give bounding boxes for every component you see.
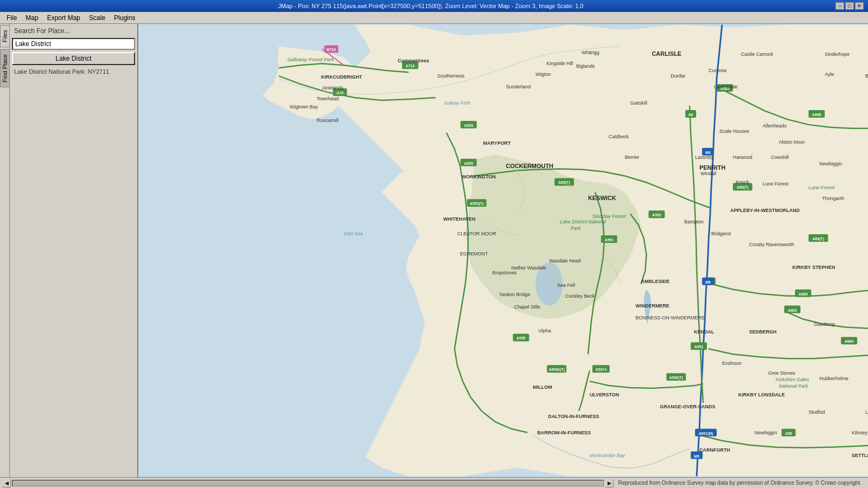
svg-text:Solway Firth: Solway Firth (444, 100, 470, 106)
svg-text:Seaton Bridge: Seaton Bridge (500, 292, 531, 297)
svg-text:Yorkshire Dales: Yorkshire Dales (775, 377, 809, 382)
svg-text:WINDERMERE: WINDERMERE (636, 303, 669, 309)
svg-text:M6: M6 (694, 454, 699, 458)
svg-text:Berrier: Berrier (625, 155, 640, 160)
svg-text:Sea Fell: Sea Fell (557, 282, 575, 288)
svg-text:Laversdale: Laversdale (714, 84, 738, 89)
svg-text:BARROW-IN-FURNESS: BARROW-IN-FURNESS (537, 430, 591, 435)
svg-text:Wigtown Bay: Wigtown Bay (290, 104, 318, 110)
svg-text:B724: B724 (327, 48, 336, 52)
svg-text:A66(T): A66(T) (737, 185, 749, 190)
svg-text:Lazonby: Lazonby (695, 155, 713, 160)
scroll-left-button[interactable]: ◀ (2, 479, 11, 487)
sidebar: Files Find Place Search For Place... Lak… (0, 24, 138, 477)
svg-text:ULVERSTON: ULVERSTON (590, 392, 619, 397)
svg-text:Harwood: Harwood (733, 155, 752, 160)
svg-text:EGREMONT: EGREMONT (460, 251, 488, 256)
search-panel: Search For Place... Lake District Lake D… (10, 24, 137, 477)
svg-text:Whitrigg: Whitrigg (582, 50, 599, 55)
svg-text:A5074: A5074 (596, 368, 607, 371)
svg-text:SEDBERGH: SEDBERGH (749, 329, 777, 335)
svg-text:Wasdale Head: Wasdale Head (549, 258, 580, 264)
vertical-tabs: Files Find Place (0, 24, 10, 477)
svg-text:Cumrew: Cumrew (709, 68, 727, 73)
svg-text:Galloway Forest Park: Galloway Forest Park (288, 57, 334, 62)
svg-text:PENRITH: PENRITH (699, 164, 725, 171)
menu-item-export-map[interactable]: Export Map (43, 13, 85, 23)
svg-text:Thringarth: Thringarth (822, 196, 844, 201)
svg-text:DALTON-IN-FURNESS: DALTON-IN-FURNESS (548, 414, 599, 419)
statusbar: ◀ ▶ Reproduced from Ordnance Survey map … (0, 477, 868, 488)
svg-text:CARNFORTH: CARNFORTH (699, 447, 730, 453)
svg-text:M6: M6 (705, 280, 711, 284)
search-result-item[interactable]: Lake District National Park: NY2711 (12, 67, 135, 76)
copyright-text: Reproduced from Ordnance Survey map data… (614, 480, 866, 486)
svg-text:Knock: Knock (736, 179, 749, 185)
svg-text:MILLOM: MILLOM (533, 384, 552, 390)
svg-text:Windall: Windall (700, 171, 716, 176)
svg-text:Chapel Stile: Chapel Stile (514, 304, 540, 310)
menu-item-plugins[interactable]: Plugins (110, 13, 139, 23)
scroll-right-button[interactable]: ▶ (605, 479, 614, 487)
map-svg: A710 A75 A595 A595 A66(T) A66(T) A6 A6 (138, 24, 868, 477)
svg-text:A595: A595 (464, 162, 473, 165)
svg-text:Alston Moor: Alston Moor (779, 139, 805, 145)
scrollbar-track[interactable] (12, 480, 604, 486)
svg-text:A6: A6 (688, 113, 693, 117)
files-tab[interactable]: Files (0, 25, 10, 47)
svg-text:A595: A595 (464, 124, 473, 127)
svg-text:Irish Sea: Irish Sea (344, 231, 363, 236)
svg-text:Lune Forest: Lune Forest (808, 185, 834, 190)
menu-item-map[interactable]: Map (21, 13, 42, 23)
svg-text:A591: A591 (694, 345, 704, 349)
svg-text:National Park: National Park (779, 383, 808, 389)
svg-text:Gree Stones: Gree Stones (768, 370, 796, 376)
svg-text:A590(T): A590(T) (669, 376, 684, 380)
search-label: Search For Place... (12, 26, 135, 36)
titlebar-title: JMap - Pos: NY 275 115(java.awt.Point[x=… (26, 3, 835, 9)
svg-text:Blanchland: Blanchland (865, 73, 868, 79)
map-area[interactable]: A710 A75 A595 A595 A66(T) A66(T) A6 A6 (138, 24, 868, 477)
svg-text:APPLEBY-IN-WESTMORLAND: APPLEBY-IN-WESTMORLAND (730, 208, 800, 213)
svg-text:Biglands: Biglands (576, 63, 595, 69)
menubar: FileMapExport MapScalePlugins (0, 12, 868, 24)
find-place-tab[interactable]: Find Place (0, 49, 10, 87)
svg-text:Cummertrees: Cummertrees (398, 58, 429, 63)
close-button[interactable]: ✕ (855, 2, 864, 10)
svg-text:Cockley Beck: Cockley Beck (565, 293, 595, 299)
minimize-button[interactable]: − (835, 2, 844, 10)
svg-text:CARLISLE: CARLISLE (652, 50, 681, 57)
svg-text:A5092(T): A5092(T) (548, 368, 564, 372)
svg-text:Bampton: Bampton (684, 219, 704, 224)
menu-item-file[interactable]: File (2, 13, 21, 23)
svg-text:Sinderhope: Sinderhope (825, 52, 850, 57)
svg-text:A66(T): A66(T) (812, 237, 824, 241)
svg-text:Caldbeck: Caldbeck (609, 134, 629, 139)
search-input[interactable] (12, 38, 135, 50)
svg-text:A601(M): A601(M) (699, 432, 713, 436)
svg-text:A686: A686 (812, 113, 821, 117)
search-button[interactable]: Lake District (12, 52, 135, 65)
svg-text:Hubberholme: Hubberholme (819, 376, 848, 381)
svg-text:BOWNESS-ON-WINDERMERE: BOWNESS-ON-WINDERMERE (636, 315, 705, 320)
svg-text:Southerness: Southerness (437, 73, 465, 79)
svg-text:Ayle: Ayle (825, 72, 834, 77)
svg-text:Gaitskill: Gaitskill (630, 100, 647, 106)
svg-text:GRANGE-OVER-SANDS: GRANGE-OVER-SANDS (660, 404, 715, 409)
menu-item-scale[interactable]: Scale (85, 13, 110, 23)
svg-text:Lune Forest: Lune Forest (763, 181, 789, 187)
svg-text:A595: A595 (516, 336, 526, 340)
svg-text:Durdar: Durdar (671, 73, 685, 79)
svg-text:Newbiggin: Newbiggin (755, 430, 777, 435)
svg-text:Ulpha: Ulpha (538, 328, 551, 333)
svg-text:Gawthrop: Gawthrop (814, 322, 835, 327)
svg-text:Studlod: Studlod (808, 409, 825, 415)
svg-text:Cowshill: Cowshill (771, 155, 789, 160)
svg-text:A591: A591 (604, 238, 614, 242)
svg-text:Sunderland: Sunderland (506, 84, 531, 89)
svg-text:Scale Houses: Scale Houses (719, 129, 750, 134)
svg-text:KIRKBY LONSDALE: KIRKBY LONSDALE (738, 392, 785, 397)
main-content: Files Find Place Search For Place... Lak… (0, 24, 868, 477)
maximize-button[interactable]: □ (845, 2, 854, 10)
titlebar-controls[interactable]: − □ ✕ (835, 2, 864, 10)
